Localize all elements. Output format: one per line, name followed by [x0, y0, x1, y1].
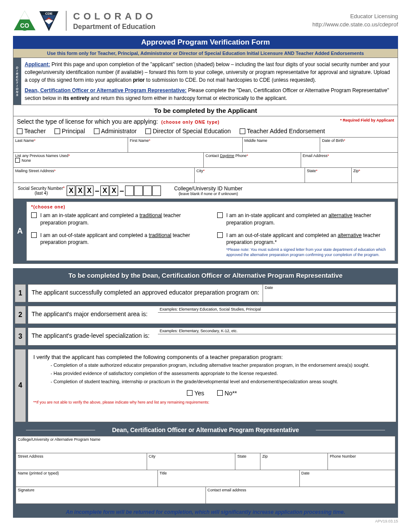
city-field[interactable]: City* [195, 168, 305, 183]
email-field[interactable]: Email Address* [301, 153, 398, 167]
verify-content: I verify that the applicant has complete… [28, 349, 396, 422]
svg-text:CO: CO [20, 22, 29, 29]
applicant-heading: To be completed by the Applicant [13, 105, 398, 116]
sig-college-field[interactable]: College/University or Alternative Progra… [16, 436, 395, 453]
row-2-number: 2 [15, 306, 26, 324]
director-checkbox[interactable]: Director of Special Education [145, 128, 231, 135]
teacher-checkbox[interactable]: Teacher [17, 128, 46, 135]
added-endorsement-checkbox[interactable]: Teacher Added Endorsement [240, 128, 325, 135]
row-1-number: 1 [15, 284, 26, 302]
state-field[interactable]: State* [305, 168, 351, 183]
first-name-field[interactable]: First Name* [128, 138, 243, 152]
dean-link[interactable]: Dean, Certification Officer or Alternati… [25, 87, 186, 93]
section-a: A *(choose one) I am an in-state applica… [13, 199, 398, 263]
dean-heading: To be completed by the Dean, Certificati… [13, 268, 398, 282]
version-label: APV19.03.15 [13, 519, 398, 523]
svg-text:CDE: CDE [45, 12, 53, 16]
opt-outstate-traditional[interactable]: I am an out-of-state applicant and compl… [31, 232, 204, 247]
verify-note: **If you are not able to verify the abov… [33, 400, 391, 404]
no-checkbox[interactable]: No** [217, 390, 237, 397]
row-2: 2 The applicant's major endorsement area… [13, 304, 398, 326]
opt-outstate-alternative[interactable]: I am an out-of-state applicant and compl… [217, 232, 390, 258]
sig-state-field[interactable]: State [235, 453, 260, 470]
sig-date-field[interactable]: Date [300, 470, 395, 487]
mailing-address-field[interactable]: Mailing Street Address* [13, 168, 195, 183]
sig-phone-field[interactable]: Phone Number [328, 453, 395, 470]
type-checkboxes: Teacher Principal Administrator Director… [13, 127, 398, 137]
applicant-link[interactable]: Applicant: [25, 61, 50, 67]
sig-title-field[interactable]: Title [158, 470, 300, 487]
footer-note: An incomplete form will be returned for … [13, 506, 398, 518]
licensing-label: Educator Licensing [312, 13, 398, 20]
ssn-row: Social Security Number*(last 4) XXX – XX… [13, 183, 398, 199]
sig-signature-field[interactable]: Signature [16, 487, 206, 503]
org-subtitle: Department of Education [73, 23, 156, 31]
usage-note: Use this form only for Teacher, Principa… [13, 49, 398, 58]
website-url: http://www.cde.state.co.us/cdeprof [312, 21, 398, 29]
middle-name-field[interactable]: Middle Name [243, 138, 321, 152]
row-3-number: 3 [15, 327, 26, 346]
daytime-phone-field[interactable]: Contact Daytime Phone* [204, 153, 301, 167]
row-2-text: The applicant's major endorsement area i… [28, 306, 158, 324]
required-note: * Required Field by Applicant [340, 118, 394, 122]
row-2-input[interactable]: Examples: Elementary Education, Social S… [158, 306, 396, 324]
row-1: 1 The applicant successfully completed a… [13, 282, 398, 304]
row-3: 3 The applicant's grade-level specializa… [13, 326, 398, 347]
section-a-label: A [13, 199, 26, 263]
form-title: Approved Program Verification Form [13, 36, 398, 49]
header-left: CO CDE COLORADO Department of Education [13, 9, 156, 32]
last-name-field[interactable]: Last Name* [13, 138, 128, 152]
signature-heading: Dean, Certification Officer or Alternati… [13, 424, 398, 436]
cde-triangle-logo-icon: CDE [39, 9, 59, 32]
org-text: COLORADO Department of Education [66, 11, 156, 31]
opt-instate-traditional[interactable]: I am an in-state applicant and completed… [31, 212, 204, 227]
row-3-text: The applicant's grade-level specializati… [28, 328, 158, 345]
administrator-checkbox[interactable]: Administrator [94, 128, 137, 135]
signature-block: College/University or Alternative Progra… [13, 436, 398, 506]
prev-names-field[interactable]: List any Previous Names Used* None [13, 153, 204, 167]
ssn-label: Social Security Number*(last 4) [18, 186, 64, 195]
zip-field[interactable]: Zip* [352, 168, 398, 183]
college-id-field[interactable]: College/University ID Number (leave blan… [174, 186, 242, 196]
sig-name-field[interactable]: Name (printed or typed) [16, 470, 158, 487]
directions-content: Applicant: Print this page and upon comp… [21, 58, 398, 105]
applicant-section: Select the type of license for which you… [13, 116, 398, 264]
sig-zip-field[interactable]: Zip [260, 453, 328, 470]
row-3-input[interactable]: Examples: Elementary, Secondary, K-12, e… [158, 328, 396, 345]
yes-checkbox[interactable]: Yes [187, 390, 204, 397]
verify-reason-field[interactable] [33, 404, 391, 417]
row-1-text: The applicant successfully completed an … [28, 285, 263, 302]
directions-label: DIRECTIONS [13, 58, 21, 105]
opt-instate-alternative[interactable]: I am an in-state applicant and completed… [217, 212, 390, 227]
sig-city-field[interactable]: City [147, 453, 236, 470]
co-mountain-logo-icon: CO [13, 9, 37, 32]
principal-checkbox[interactable]: Principal [55, 128, 85, 135]
type-select-row: Select the type of license for which you… [13, 116, 398, 127]
row-4-number: 4 [15, 349, 26, 422]
dob-field[interactable]: Date of Birth* [320, 138, 398, 152]
header: CO CDE COLORADO Department of Education … [13, 9, 398, 32]
ssn-boxes[interactable]: XXX – XX – [67, 186, 161, 196]
logo-group: CO CDE [13, 9, 59, 32]
row-1-date-field[interactable]: Date [263, 285, 328, 302]
sig-street-field[interactable]: Street Address [16, 453, 147, 470]
header-right: Educator Licensing http://www.cde.state.… [312, 13, 398, 28]
sig-email-field[interactable]: Contact email address [206, 487, 395, 503]
svg-marker-1 [20, 11, 29, 19]
directions-block: DIRECTIONS Applicant: Print this page an… [13, 58, 398, 105]
choose-one-label: *(choose one) [31, 205, 390, 209]
row-4: 4 I verify that the applicant has comple… [13, 347, 398, 424]
org-title: COLORADO [73, 11, 156, 22]
none-checkbox[interactable]: None [15, 158, 31, 163]
